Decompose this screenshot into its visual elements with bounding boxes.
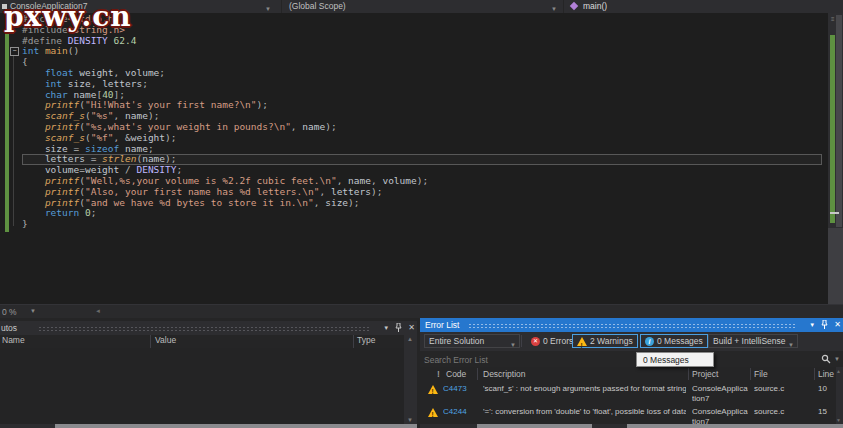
code-line[interactable]: #define DENSITY 62.4 — [22, 36, 822, 47]
scrollbar-thumb[interactable] — [477, 424, 592, 428]
pin-icon[interactable] — [821, 320, 828, 331]
outline-guide-line — [13, 56, 14, 226]
error-code[interactable]: C4244 — [443, 407, 476, 417]
scrollbar-thumb[interactable] — [627, 424, 843, 428]
method-icon — [570, 2, 578, 10]
zoom-level[interactable]: 0 % — [2, 307, 17, 317]
code-line[interactable]: #include<stdio.h> — [22, 14, 822, 25]
column-header-name[interactable]: Name — [2, 335, 25, 345]
column-header-line[interactable]: Line — [818, 367, 834, 381]
error-icon — [531, 337, 540, 346]
error-list-title: Error List — [425, 318, 459, 332]
search-icon[interactable] — [821, 354, 831, 366]
autos-panel: utos ▼ ✕ Name Value Type ▲ ▼ — [0, 321, 417, 428]
close-icon[interactable]: ✕ — [834, 321, 841, 329]
scope-filter-dropdown[interactable]: Entire Solution ▼ — [424, 334, 520, 348]
code-line[interactable]: int main() — [22, 46, 822, 57]
scrollbar-thumb[interactable] — [55, 424, 417, 428]
member-dropdown[interactable]: main() — [563, 0, 843, 13]
chevron-down-icon[interactable]: ▼ — [383, 324, 389, 332]
scrollbar-caret-mark — [830, 212, 839, 214]
code-line[interactable]: #include<string.h> — [22, 25, 822, 36]
scroll-down-icon[interactable]: ▼ — [836, 417, 841, 423]
error-project: ConsoleApplication7 — [692, 384, 748, 404]
source-filter-label: Build + IntelliSense — [709, 335, 786, 348]
scroll-up-icon[interactable]: ▲ — [836, 368, 841, 374]
autos-horizontal-scrollbar[interactable] — [0, 424, 417, 428]
warnings-filter-button[interactable]: 2 Warnings — [572, 334, 638, 348]
autos-column-headers: Name Value Type — [0, 335, 404, 348]
collapse-minus-icon[interactable]: − — [10, 47, 19, 56]
vs-window: pxwy.cn ConsoleApplication7 ▼ (Global Sc… — [0, 0, 843, 428]
error-line: 10 — [818, 384, 838, 394]
error-file: source.c — [754, 384, 804, 394]
info-icon — [645, 337, 654, 346]
scrollbar-options-icon[interactable]: ≡ — [831, 16, 840, 22]
code-editor[interactable]: − #include<stdio.h>#include<string.h>#de… — [0, 13, 843, 304]
scope-dropdown[interactable]: (Global Scope) ▼ — [281, 0, 564, 13]
close-icon[interactable]: ✕ — [408, 324, 415, 332]
chevron-down-icon[interactable]: ▼ — [30, 308, 36, 314]
code-lines: #include<stdio.h>#include<string.h>#defi… — [22, 14, 822, 230]
scope-dropdown-label: (Global Scope) — [289, 0, 346, 13]
messages-filter-button[interactable]: 0 Messages — [640, 334, 708, 348]
watermark: pxwy.cn — [4, 0, 132, 33]
warning-icon — [428, 385, 438, 394]
column-separator[interactable] — [814, 368, 815, 380]
toolbar-separator — [521, 335, 522, 347]
autos-grid[interactable] — [0, 348, 404, 424]
error-row[interactable]: C4473 'scanf_s' : not enough arguments p… — [420, 382, 836, 405]
scroll-left-icon[interactable]: ◄ — [95, 308, 101, 314]
drag-handle — [38, 326, 369, 331]
errors-filter-label: 0 Errors — [543, 335, 573, 348]
column-separator[interactable] — [150, 335, 151, 348]
error-list-column-headers: ! Code Description Project File Line — [420, 367, 836, 381]
error-list-horizontal-scrollbar[interactable] — [420, 424, 843, 428]
column-separator[interactable] — [750, 368, 751, 380]
warning-icon — [428, 408, 438, 417]
scrollbar-change-marks — [830, 35, 835, 223]
column-separator[interactable] — [477, 368, 478, 380]
scrollbar-thumb[interactable] — [836, 15, 842, 227]
search-input[interactable] — [422, 352, 806, 367]
scroll-up-icon[interactable]: ▲ — [407, 336, 413, 342]
pin-icon[interactable] — [395, 323, 402, 334]
column-header-file[interactable]: File — [754, 367, 768, 381]
column-separator[interactable] — [688, 368, 689, 380]
chevron-down-icon[interactable]: ▼ — [834, 356, 840, 362]
errors-filter-button[interactable]: 0 Errors — [527, 334, 577, 348]
column-header-project[interactable]: Project — [692, 367, 718, 381]
editor-bottom-bar: 0 % ▼ ◄ — [0, 304, 843, 319]
code-line[interactable]: printf("and we have %d bytes to store it… — [22, 198, 822, 209]
autos-title-bar[interactable]: utos ▼ ✕ — [0, 321, 417, 335]
column-header-code[interactable]: Code — [446, 367, 466, 381]
scope-filter-label: Entire Solution — [425, 335, 484, 348]
severity-column-icon[interactable]: ! — [437, 367, 440, 381]
column-separator[interactable] — [353, 335, 354, 348]
code-line[interactable]: } — [22, 219, 822, 230]
error-list-search-box: ▼ — [420, 351, 843, 367]
column-header-value[interactable]: Value — [155, 335, 176, 345]
scrollbar-track[interactable] — [828, 228, 843, 304]
saved-changes-margin — [5, 14, 9, 232]
chevron-down-icon[interactable]: ▼ — [809, 321, 815, 329]
scroll-down-icon[interactable]: ▼ — [407, 417, 413, 423]
editor-vertical-scrollbar[interactable]: ≡ — [828, 13, 843, 304]
tooltip: 0 Messages — [636, 352, 714, 367]
error-list-panel: Error List ▼ ✕ Entire Solution ▼ 0 Error… — [420, 318, 843, 428]
error-description: '=': conversion from 'double' to 'float'… — [483, 407, 686, 417]
error-list-title-bar[interactable]: Error List ▼ ✕ — [420, 318, 843, 332]
column-header-description[interactable]: Description — [483, 367, 526, 381]
autos-title: utos — [1, 321, 17, 335]
error-description: 'scanf_s' : not enough arguments passed … — [483, 384, 686, 394]
error-line: 15 — [818, 407, 838, 417]
error-list-vertical-scrollbar[interactable]: ▲ ▼ — [836, 367, 843, 424]
source-filter-dropdown[interactable]: Build + IntelliSense ▼ — [708, 334, 798, 348]
autos-vertical-scrollbar[interactable]: ▲ ▼ — [404, 335, 417, 424]
member-dropdown-label: main() — [583, 0, 607, 13]
code-line[interactable]: int size, letters; — [22, 79, 822, 90]
messages-filter-label: 0 Messages — [657, 335, 703, 348]
error-code[interactable]: C4473 — [443, 384, 476, 394]
column-header-type[interactable]: Type — [357, 335, 375, 345]
code-line[interactable]: return 0; — [22, 208, 822, 219]
